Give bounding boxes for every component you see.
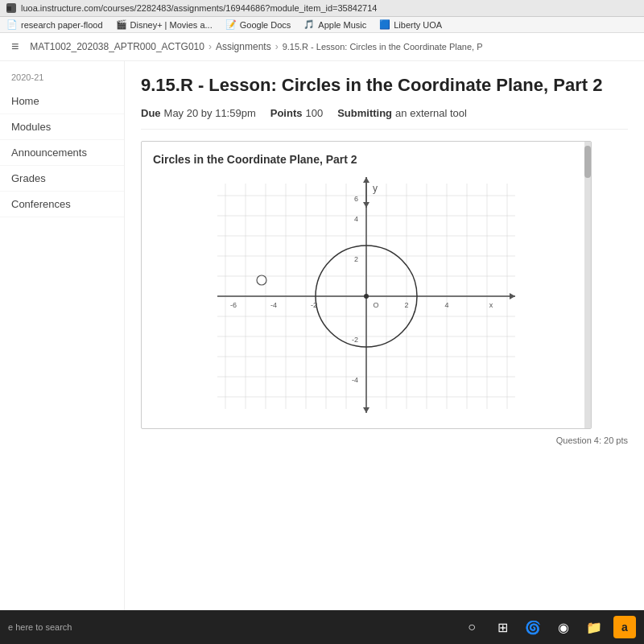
coordinate-graph: y -6 -4 -2 O 2 4 x 6 4 2 -2 [213,175,519,417]
disney-icon: 🎬 [116,19,127,30]
taskbar: e here to search ○ ⊞ 🌀 ◉ 📁 a [0,610,644,644]
bookmark-research[interactable]: 📄 research paper-flood [6,19,103,30]
main-area: 9.15.R - Lesson: Circles in the Coordina… [125,61,644,637]
svg-text:-4: -4 [270,301,277,309]
sidebar-item-grades[interactable]: Grades [0,166,124,192]
taskbar-search-text[interactable]: e here to search [8,622,452,632]
research-icon: 📄 [6,19,18,30]
assignment-title: 9.15.R - Lesson: Circles in the Coordina… [141,74,628,97]
submitting-value: an external tool [395,107,467,119]
url-bar[interactable]: luoa.instructure.com/courses/2282483/ass… [21,3,377,13]
sidebar-item-conferences[interactable]: Conferences [0,192,124,217]
due-label: Due [141,107,161,119]
taskbar-amazon-icon[interactable]: a [613,616,636,638]
gdocs-icon: 📝 [225,19,237,30]
taskbar-file-explorer-icon[interactable]: 📁 [583,616,605,638]
breadcrumb-sep2: › [275,41,279,52]
taskbar-edge-icon[interactable]: 🌀 [522,616,544,638]
top-nav: ≡ MAT1002_202038_APTR000_ACTG010 › Assig… [0,33,644,61]
svg-text:O: O [373,301,378,309]
submitting: Submitting an external tool [337,107,467,119]
svg-text:6: 6 [354,195,358,203]
bookmark-apple-music[interactable]: 🎵 Apple Music [303,19,366,30]
bookmark-gdocs[interactable]: 📝 Google Docs [225,19,291,30]
sidebar-item-announcements[interactable]: Announcements [0,140,124,166]
breadcrumb-course[interactable]: MAT1002_202038_APTR000_ACTG010 [30,41,204,52]
question-line: Question 4: 20 pts [141,436,628,445]
submitting-label: Submitting [337,107,392,119]
svg-marker-29 [363,407,369,413]
taskbar-windows-icon[interactable]: ○ [460,616,483,638]
hamburger-icon[interactable]: ≡ [11,39,19,54]
svg-text:2: 2 [354,255,358,263]
svg-point-45 [364,294,369,299]
bookmark-liberty[interactable]: 🟦 Liberty UOA [379,19,442,30]
svg-text:y: y [373,183,378,194]
card-title: Circles in the Coordinate Plane, Part 2 [153,153,580,166]
points: Points 100 [270,107,323,119]
graph-svg: y -6 -4 -2 O 2 4 x 6 4 2 -2 [213,175,519,417]
svg-text:x: x [489,301,493,309]
breadcrumb-sep1: › [208,41,212,52]
due-date: Due May 20 by 11:59pm [141,107,256,119]
points-value: 100 [305,107,323,119]
taskbar-start-icon[interactable]: ⊞ [491,616,514,638]
svg-text:-6: -6 [230,301,237,309]
browser-bar: ■ luoa.instructure.com/courses/2282483/a… [0,0,644,17]
assignment-meta: Due May 20 by 11:59pm Points 100 Submitt… [141,107,628,130]
sidebar-year: 2020-21 [0,69,124,89]
svg-text:-4: -4 [352,376,358,384]
svg-marker-27 [510,293,515,299]
scroll-indicator[interactable] [584,142,591,428]
svg-text:4: 4 [444,301,448,309]
breadcrumb-assignments[interactable]: Assignments [216,41,271,52]
svg-point-46 [257,275,266,285]
content-card: Circles in the Coordinate Plane, Part 2 [141,141,592,429]
breadcrumb-current: 9.15.R - Lesson: Circles in the Coordina… [283,42,483,52]
page-wrapper: ≡ MAT1002_202038_APTR000_ACTG010 › Assig… [0,33,644,637]
due-value: May 20 by 11:59pm [164,107,256,119]
svg-text:-2: -2 [352,336,358,344]
apple-music-icon: 🎵 [303,19,315,30]
bookmark-disney[interactable]: 🎬 Disney+ | Movies a... [116,19,213,30]
scroll-thumb[interactable] [584,146,591,178]
svg-text:4: 4 [354,215,358,223]
sidebar-item-modules[interactable]: Modules [0,114,124,140]
breadcrumb: MAT1002_202038_APTR000_ACTG010 › Assignm… [30,41,482,52]
content-layout: 2020-21 Home Modules Announcements Grade… [0,61,644,637]
sidebar-item-home[interactable]: Home [0,89,124,114]
svg-text:2: 2 [404,301,408,309]
bookmarks-bar: 📄 research paper-flood 🎬 Disney+ | Movie… [0,17,644,33]
points-label: Points [270,107,303,119]
favicon-icon: ■ [6,3,16,13]
taskbar-chrome-icon[interactable]: ◉ [552,616,575,638]
sidebar: 2020-21 Home Modules Announcements Grade… [0,61,125,637]
svg-marker-48 [363,202,369,208]
liberty-icon: 🟦 [379,19,390,30]
